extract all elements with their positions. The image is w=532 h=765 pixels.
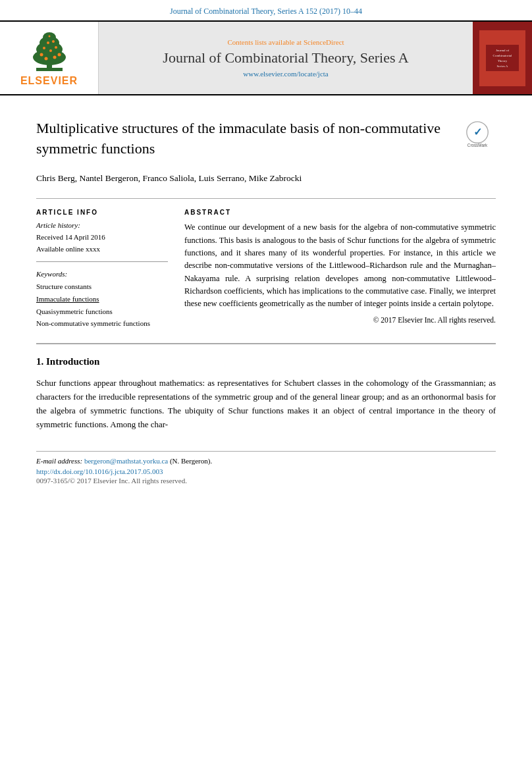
footer-section: E-mail address: bergeron@mathstat.yorku.… — [36, 451, 496, 485]
svg-point-9 — [57, 53, 61, 56]
svg-text:CrossMark: CrossMark — [467, 142, 488, 147]
section-divider-1 — [36, 198, 496, 199]
svg-text:Theory: Theory — [498, 59, 508, 63]
article-info-label: ARTICLE INFO — [36, 209, 168, 216]
svg-point-7 — [44, 57, 47, 60]
svg-point-14 — [52, 40, 55, 43]
sciencedirect-text: ScienceDirect — [304, 38, 344, 46]
introduction-paragraph-1: Schur functions appear throughout mathem… — [36, 377, 496, 431]
journal-citation-bar: Journal of Combinatorial Theory, Series … — [0, 0, 532, 22]
received-date: Received 14 April 2016 — [36, 232, 168, 244]
svg-point-8 — [53, 55, 56, 59]
journal-cover-image-icon: Journal of Combinatorial Theory Series A — [486, 45, 519, 71]
footer-issn: 0097-3165/© 2017 Elsevier Inc. All right… — [36, 477, 496, 485]
keyword-4: Non-commutative symmetric functions — [36, 317, 168, 330]
svg-text:✓: ✓ — [473, 126, 482, 138]
available-online: Available online xxxx — [36, 244, 168, 255]
abstract-text: We continue our development of a new bas… — [184, 221, 496, 311]
email-label: E-mail address: — [36, 457, 82, 465]
email-address[interactable]: bergeron@mathstat.yorku.ca — [84, 457, 168, 465]
svg-point-15 — [48, 35, 50, 37]
email-person: (N. Bergeron). — [170, 457, 212, 465]
article-history-label: Article history: — [36, 221, 168, 229]
keyword-3: Quasisymmetric functions — [36, 305, 168, 318]
article-title-section: Multiplicative structures of the immacul… — [36, 119, 496, 159]
svg-point-6 — [40, 53, 43, 56]
footer-email: E-mail address: bergeron@mathstat.yorku.… — [36, 457, 496, 465]
article-info-abstract: ARTICLE INFO Article history: Received 1… — [36, 209, 496, 330]
journal-cover-inner: Journal of Combinatorial Theory Series A — [479, 30, 525, 86]
svg-point-11 — [49, 49, 52, 52]
main-content: Multiplicative structures of the immacul… — [0, 95, 532, 504]
sciencedirect-link: Contents lists available at ScienceDirec… — [227, 38, 344, 46]
journal-cover-box: Journal of Combinatorial Theory Series A — [473, 22, 532, 94]
svg-point-13 — [47, 41, 49, 44]
info-col-divider — [36, 261, 168, 262]
svg-text:Combinatorial: Combinatorial — [493, 54, 512, 57]
elsevier-tree-icon — [23, 30, 76, 72]
elsevier-logo-box: ELSEVIER — [0, 22, 99, 94]
elsevier-brand-text: ELSEVIER — [20, 75, 78, 87]
crossmark-badge: ✓ CrossMark — [460, 119, 496, 151]
footer-doi[interactable]: http://dx.doi.org/10.1016/j.jcta.2017.05… — [36, 467, 496, 475]
journal-title-header: Journal of Combinatorial Theory, Series … — [163, 49, 408, 68]
article-info-col: ARTICLE INFO Article history: Received 1… — [36, 209, 168, 330]
keyword-1: Structure constants — [36, 280, 168, 293]
introduction-heading: 1. Introduction — [36, 356, 496, 367]
svg-rect-1 — [36, 68, 63, 71]
citation-text: Journal of Combinatorial Theory, Series … — [170, 7, 362, 16]
svg-text:Journal of: Journal of — [496, 49, 509, 52]
svg-text:Series A: Series A — [497, 65, 508, 68]
keywords-label: Keywords: — [36, 270, 168, 278]
thick-divider — [36, 343, 496, 344]
journal-header-middle: Contents lists available at ScienceDirec… — [99, 22, 473, 94]
svg-point-12 — [55, 46, 57, 49]
header-section: ELSEVIER Contents lists available at Sci… — [0, 22, 532, 95]
authors-section: Chris Berg, Nantel Bergeron, Franco Sali… — [36, 171, 496, 186]
article-title: Multiplicative structures of the immacul… — [36, 119, 450, 159]
keyword-2: Immaculate functions — [36, 293, 168, 305]
crossmark-icon: ✓ CrossMark — [463, 120, 492, 150]
copyright-line: © 2017 Elsevier Inc. All rights reserved… — [184, 316, 496, 324]
page: Journal of Combinatorial Theory, Series … — [0, 0, 532, 765]
journal-url: www.elsevier.com/locate/jcta — [243, 70, 328, 78]
abstract-label: ABSTRACT — [184, 209, 496, 216]
svg-point-10 — [43, 47, 45, 49]
abstract-col: ABSTRACT We continue our development of … — [184, 209, 496, 330]
